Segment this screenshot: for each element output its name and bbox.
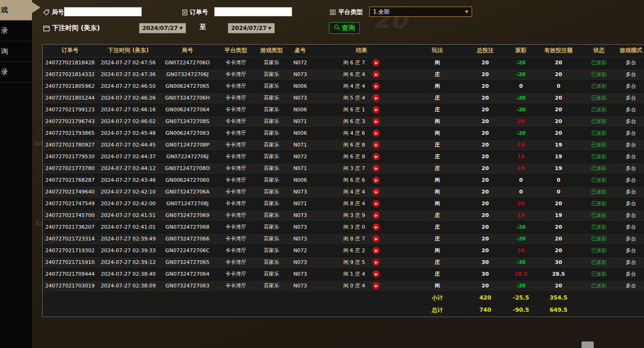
subtotal-bet: 420 xyxy=(465,292,505,304)
sidebar-item-record[interactable]: 录 xyxy=(0,21,32,41)
time-cell: 2024-07-27 02:39:12 xyxy=(97,256,159,268)
play-video-icon[interactable]: ▶ xyxy=(372,94,380,101)
table_no-cell: N006 xyxy=(287,127,313,139)
table_no-cell: N071 xyxy=(287,162,313,174)
game-cell: 百家乐 xyxy=(256,198,287,209)
payout-cell: 0 xyxy=(505,186,536,198)
sidebar-item-query[interactable]: 询 xyxy=(0,41,32,62)
play-video-icon[interactable]: ▶ xyxy=(372,165,380,172)
sidebar-item-label: 录 xyxy=(1,26,8,35)
play-video-icon[interactable]: ▶ xyxy=(372,282,380,289)
status-cell: 已派彩 xyxy=(581,198,617,209)
round-cell: GN00624727064 xyxy=(159,104,216,116)
col-header-status: 状态 xyxy=(581,45,617,57)
result-text: 闲 0 庄 4 xyxy=(343,282,365,289)
game-cell: 百家乐 xyxy=(256,57,287,69)
table_no-cell: N073 xyxy=(287,92,313,104)
platform-cell: 卡卡湾厅 xyxy=(216,198,256,209)
valid-cell: 20 xyxy=(536,221,581,233)
play-video-icon[interactable]: ▶ xyxy=(372,59,380,66)
play-video-icon[interactable]: ▶ xyxy=(372,130,380,137)
play-video-icon[interactable]: ▶ xyxy=(372,177,380,184)
bet-cell: 20 xyxy=(465,69,505,80)
play-video-icon[interactable]: ▶ xyxy=(372,118,380,125)
payout-cell: 19 xyxy=(505,139,536,151)
platform-cell: 卡卡湾厅 xyxy=(216,139,256,151)
play-video-icon[interactable]: ▶ xyxy=(372,200,380,207)
result-text: 闲 6 庄 2 xyxy=(343,247,365,254)
play-video-icon[interactable]: ▶ xyxy=(372,83,380,90)
date-from-value: 2024/07/27 xyxy=(142,25,178,31)
chevron-down-icon: ▼ xyxy=(179,26,183,31)
platform-cell: 卡卡湾厅 xyxy=(216,127,256,139)
table-row: 2407270217094442024-07-27 02:38:40GN0732… xyxy=(43,268,644,280)
status-cell: 已派彩 xyxy=(581,151,617,162)
time-cell: 2024-07-27 02:44:12 xyxy=(97,162,159,174)
bottom-right-button[interactable] xyxy=(582,341,594,348)
game-cell: 百家乐 xyxy=(256,80,287,92)
table_no-cell: N073 xyxy=(287,280,313,292)
order-number-input[interactable] xyxy=(214,7,292,16)
bet-cell: 20 xyxy=(465,174,505,186)
col-header-order: 订单号 xyxy=(43,45,97,57)
order-cell: 240727021814332 xyxy=(43,69,97,80)
subtotal-row: 小计 420 -25.5 354.5 xyxy=(43,292,644,304)
play-video-icon[interactable]: ▶ xyxy=(372,141,380,148)
play-video-icon[interactable]: ▶ xyxy=(372,247,380,254)
table-row: 2407270217682872024-07-27 02:43:46GN0062… xyxy=(43,174,644,186)
table_no-cell: N072 xyxy=(287,57,313,69)
sidebar-item-game[interactable]: 戏 xyxy=(0,0,32,21)
mode-cell: 多台 xyxy=(617,162,644,174)
play-video-icon[interactable]: ▶ xyxy=(372,153,380,160)
date-from-picker[interactable]: 2024/07/27 ▼ xyxy=(139,23,186,33)
table-row: 2407270217938652024-07-27 02:45:48GN0062… xyxy=(43,127,644,139)
date-to-picker[interactable]: 2024/07/27 ▼ xyxy=(228,23,275,33)
table-row: 2407270218143322024-07-27 02:47:36GN0732… xyxy=(43,69,644,80)
play-cell: 闲 xyxy=(410,280,465,292)
play-video-icon[interactable]: ▶ xyxy=(372,271,380,278)
table_no-cell: N071 xyxy=(287,116,313,127)
play-video-icon[interactable]: ▶ xyxy=(372,71,380,78)
payout-cell: -30 xyxy=(505,256,536,268)
result-text: 闲 8 庄 7 xyxy=(343,235,365,242)
play-video-icon[interactable]: ▶ xyxy=(372,224,380,231)
status-cell: 已派彩 xyxy=(581,139,617,151)
result-cell: 闲 6 庄 1▶ xyxy=(313,104,410,116)
result-cell: 闲 3 庄 0▶ xyxy=(313,221,410,233)
query-button[interactable]: 查询 xyxy=(329,22,360,34)
play-video-icon[interactable]: ▶ xyxy=(372,235,380,242)
result-text: 闲 8 庄 4 xyxy=(343,200,365,207)
play-video-icon[interactable]: ▶ xyxy=(372,212,380,219)
valid-cell: 20 xyxy=(536,116,581,127)
platform-cell: 卡卡湾厅 xyxy=(216,104,256,116)
result-text: 闲 3 庄 9 xyxy=(343,212,365,219)
play-cell: 庄 xyxy=(410,268,465,280)
table-row: 2407270217233142024-07-27 02:39:49GN0732… xyxy=(43,233,644,245)
platform-type-select[interactable]: 1.全部 ▼ xyxy=(369,7,472,17)
mode-cell: 多台 xyxy=(617,151,644,162)
play-cell: 庄 xyxy=(410,69,465,80)
round-cell: GN00624727065 xyxy=(159,80,216,92)
sidebar-item-record-2[interactable]: 录 xyxy=(0,62,32,83)
play-video-icon[interactable]: ▶ xyxy=(372,106,380,113)
mode-cell: 多台 xyxy=(617,209,644,221)
result-text: 闲 9 庄 5 xyxy=(343,259,365,266)
table_no-cell: N072 xyxy=(287,151,313,162)
valid-cell: 19 xyxy=(536,209,581,221)
result-text: 闲 1 庄 4 xyxy=(343,271,365,278)
result-cell: 闲 4 庄 4▶ xyxy=(313,80,410,92)
table_no-cell: N072 xyxy=(287,245,313,256)
table-row: 2407270217737802024-07-27 02:44:12GN0712… xyxy=(43,162,644,174)
play-cell: 庄 xyxy=(410,104,465,116)
order-cell: 240727021715910 xyxy=(43,256,97,268)
round-cell: GN0732472706A xyxy=(159,186,216,198)
play-cell: 闲 xyxy=(410,186,465,198)
order-cell: 240727021773780 xyxy=(43,162,97,174)
valid-cell: 28.5 xyxy=(536,268,581,280)
game-cell: 百家乐 xyxy=(256,116,287,127)
game-cell: 百家乐 xyxy=(256,151,287,162)
play-video-icon[interactable]: ▶ xyxy=(372,259,380,266)
round-number-input[interactable] xyxy=(64,7,142,16)
play-video-icon[interactable]: ▶ xyxy=(372,188,380,195)
bet-cell: 20 xyxy=(465,116,505,127)
